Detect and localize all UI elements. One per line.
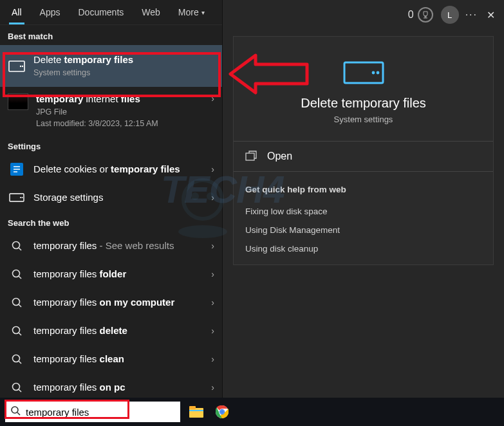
result-title: temporary files delete xyxy=(33,325,203,337)
svg-rect-33 xyxy=(189,410,203,411)
more-options[interactable]: ··· xyxy=(465,9,478,21)
help-link[interactable]: Using disk cleanup xyxy=(245,239,481,258)
search-icon xyxy=(8,350,26,368)
result-title: Storage settings xyxy=(33,192,203,204)
svg-rect-31 xyxy=(189,408,203,418)
drive-icon xyxy=(8,57,26,75)
svg-point-17 xyxy=(13,384,20,391)
taskbar xyxy=(0,398,504,426)
svg-line-14 xyxy=(19,333,21,335)
chevron-down-icon: ▾ xyxy=(201,9,205,16)
result-jpg-file[interactable]: temporary internet files JPG File Last m… xyxy=(0,87,222,135)
svg-point-9 xyxy=(13,270,20,277)
svg-point-6 xyxy=(22,197,23,198)
chevron-right-icon[interactable]: › xyxy=(211,354,214,364)
result-best-match[interactable]: Delete temporary files System settings xyxy=(0,45,222,87)
svg-point-37 xyxy=(220,410,224,414)
details-title: Delete temporary files xyxy=(301,96,426,111)
chevron-right-icon[interactable]: › xyxy=(211,192,214,203)
result-web-suggestion[interactable]: temporary files delete› xyxy=(0,317,222,345)
help-header: Get quick help from web xyxy=(245,185,481,194)
svg-point-23 xyxy=(376,71,379,75)
help-link[interactable]: Using Disk Management xyxy=(245,221,481,239)
svg-point-15 xyxy=(13,355,20,362)
chevron-right-icon[interactable]: › xyxy=(211,93,214,104)
drive-icon-large xyxy=(343,61,384,84)
settings-app-icon xyxy=(8,160,26,178)
svg-line-18 xyxy=(19,389,21,392)
details-panel: Delete temporary files System settings O… xyxy=(233,36,494,265)
result-web-suggestion[interactable]: temporary files clean› xyxy=(0,345,222,373)
result-subtitle: JPG File xyxy=(36,107,203,117)
svg-rect-32 xyxy=(189,406,196,409)
svg-point-5 xyxy=(20,197,21,198)
svg-point-1 xyxy=(20,65,21,66)
file-thumbnail xyxy=(8,93,28,110)
result-setting-cookies[interactable]: Delete cookies or temporary files › xyxy=(0,155,222,183)
chrome-icon[interactable] xyxy=(212,402,232,421)
svg-rect-24 xyxy=(246,153,254,160)
search-icon xyxy=(8,265,26,283)
result-title: Delete cookies or temporary files xyxy=(33,163,203,176)
tab-all[interactable]: All xyxy=(3,0,31,24)
open-icon xyxy=(245,151,257,162)
file-explorer-icon[interactable] xyxy=(187,402,206,421)
chevron-right-icon[interactable]: › xyxy=(211,164,214,174)
result-title: Delete temporary files xyxy=(33,54,214,66)
chevron-right-icon[interactable]: › xyxy=(211,241,214,251)
svg-point-11 xyxy=(13,299,20,306)
result-title: temporary files on pc xyxy=(33,382,203,394)
drive-icon xyxy=(8,189,26,207)
search-icon xyxy=(10,405,21,418)
search-icon xyxy=(8,322,26,340)
trophy-icon xyxy=(418,7,433,23)
search-icon xyxy=(8,237,26,255)
details-subtitle: System settings xyxy=(334,115,393,124)
open-button[interactable]: Open xyxy=(234,142,493,171)
svg-point-22 xyxy=(371,71,375,75)
result-subtitle: System settings xyxy=(33,68,214,78)
chevron-right-icon[interactable]: › xyxy=(211,382,214,393)
tab-more[interactable]: More▾ xyxy=(169,0,214,24)
svg-line-8 xyxy=(19,248,21,250)
search-input[interactable] xyxy=(26,407,175,418)
result-title: temporary files - See web results xyxy=(33,240,203,252)
result-subtitle-2: Last modified: 3/8/2023, 12:15 AM xyxy=(36,118,203,129)
result-web-suggestion[interactable]: temporary files - See web results› xyxy=(0,232,222,260)
result-title: temporary files clean xyxy=(33,353,203,366)
result-web-suggestion[interactable]: temporary files folder› xyxy=(0,260,222,288)
svg-line-16 xyxy=(19,361,21,364)
result-web-suggestion[interactable]: temporary files on pc› xyxy=(0,373,222,398)
tab-web[interactable]: Web xyxy=(133,0,169,24)
section-settings: Settings xyxy=(0,135,222,155)
search-icon xyxy=(8,293,26,311)
svg-line-10 xyxy=(19,276,21,279)
result-web-suggestion[interactable]: temporary files on my computer› xyxy=(0,288,222,317)
svg-point-29 xyxy=(12,407,18,413)
svg-line-30 xyxy=(17,412,20,415)
close-button[interactable]: ✕ xyxy=(487,9,495,21)
chevron-right-icon[interactable]: › xyxy=(211,297,214,308)
svg-point-7 xyxy=(13,242,20,249)
result-title: temporary files on my computer xyxy=(33,297,203,309)
rewards-badge[interactable]: 0 xyxy=(408,7,433,23)
svg-line-12 xyxy=(19,304,21,307)
svg-point-2 xyxy=(22,65,23,66)
chevron-right-icon[interactable]: › xyxy=(211,326,214,336)
tab-apps[interactable]: Apps xyxy=(31,0,70,24)
tab-documents[interactable]: Documents xyxy=(69,0,133,24)
section-best-match: Best match xyxy=(0,25,222,45)
chevron-right-icon[interactable]: › xyxy=(211,269,214,279)
filter-tabs: All Apps Documents Web More▾ xyxy=(0,0,222,25)
result-title: temporary files folder xyxy=(33,268,203,281)
open-label: Open xyxy=(267,151,292,162)
search-icon xyxy=(8,378,26,396)
result-setting-storage[interactable]: Storage settings › xyxy=(0,183,222,212)
svg-point-13 xyxy=(13,327,20,334)
help-link[interactable]: Fixing low disk space xyxy=(245,202,481,221)
search-box[interactable] xyxy=(5,402,180,422)
user-avatar[interactable]: L xyxy=(441,6,459,24)
section-search-web: Search the web xyxy=(0,212,222,232)
result-title: temporary internet files xyxy=(36,93,203,106)
